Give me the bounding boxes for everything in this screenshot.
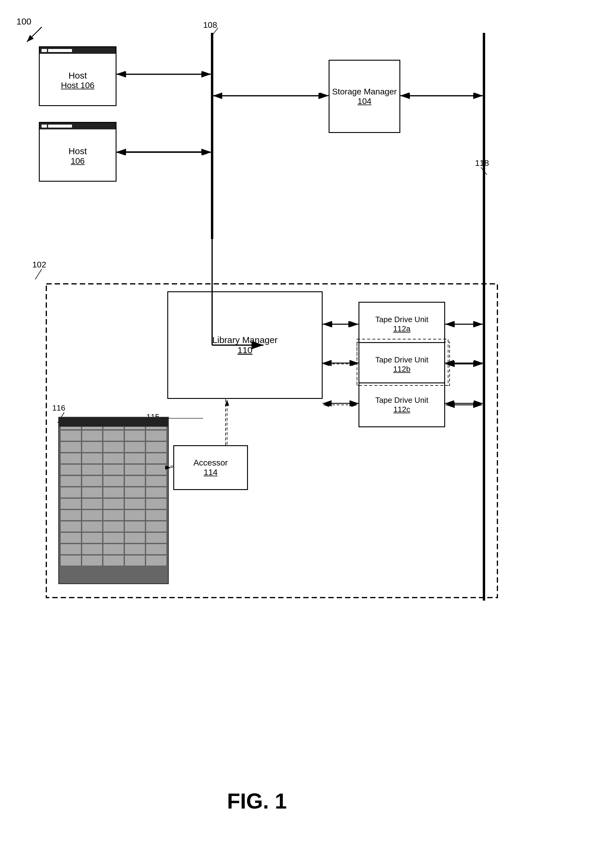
storage-manager-box: Storage Manager 104 [329, 60, 400, 133]
accessor-label: Accessor [193, 458, 227, 468]
tape-drive-112c-label: Tape Drive Unit [375, 396, 428, 405]
host-top: Host Host 106 [39, 46, 116, 106]
host-bottom-label: Host [68, 146, 87, 156]
tape-drive-112c-box: Tape Drive Unit 112c [358, 383, 445, 427]
tape-drive-112a-box: Tape Drive Unit 112a [358, 302, 445, 346]
tape-drive-112a-ref: 112a [393, 324, 411, 333]
library-manager-label: Library Manager [213, 335, 277, 345]
host-top-label: Host [68, 70, 87, 81]
ref118-arrow [475, 166, 493, 178]
svg-line-30 [481, 167, 487, 175]
figure-label: FIG. 1 [227, 789, 287, 813]
accessor-ref: 114 [204, 468, 218, 477]
svg-line-31 [35, 269, 42, 279]
tape-rack [58, 417, 169, 584]
storage-manager-label: Storage Manager [332, 87, 397, 97]
host-top-ref: Host 106 [61, 81, 94, 90]
library-manager-box: Library Manager 110 [167, 291, 323, 399]
tape-drive-112b-ref: 112b [393, 365, 411, 374]
host-bottom-ref: 106 [71, 156, 85, 166]
tape-drive-112b-box: Tape Drive Unit 112b [358, 342, 445, 387]
tape-drive-112c-ref: 112c [393, 405, 410, 414]
ref100-arrow [24, 24, 48, 48]
accessor-box: Accessor 114 [173, 445, 248, 490]
host-bottom: Host 106 [39, 122, 116, 182]
ref102-arrow [33, 267, 51, 282]
tape-drive-112b-label: Tape Drive Unit [375, 355, 428, 365]
svg-line-29 [212, 28, 218, 35]
tape-drive-112a-label: Tape Drive Unit [375, 315, 428, 324]
storage-manager-ref: 104 [358, 97, 372, 106]
svg-line-27 [27, 27, 42, 42]
diagram: 100 Host Host 106 Host 106 108 [0, 0, 616, 842]
library-manager-ref: 110 [238, 345, 252, 355]
ref108-arrow [209, 26, 227, 38]
